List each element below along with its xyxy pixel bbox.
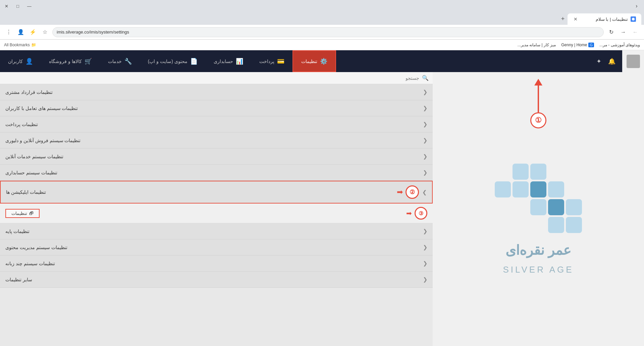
grid-cell bbox=[566, 217, 582, 233]
subitem-label: تنظیمات bbox=[11, 211, 27, 216]
tab-close-btn[interactable]: ✕ bbox=[573, 16, 578, 22]
arrow-icon-7-down: ❯ bbox=[422, 189, 427, 195]
arrow-icon-3: ❮ bbox=[423, 121, 427, 127]
settings-item-online-services[interactable]: ❮ تنظیمات سیستم خدمات آنلاین bbox=[0, 149, 433, 165]
nav-item-settings[interactable]: ⚙️ تنظیمات bbox=[292, 50, 336, 72]
settings-item-accounting[interactable]: ❮ تنظیمات سیستم حسابداری bbox=[0, 165, 433, 181]
logo-english-text: SILVER AGE bbox=[503, 265, 574, 275]
grid-cell bbox=[513, 217, 529, 233]
new-tab-btn[interactable]: + bbox=[558, 14, 568, 23]
annotation-3-container: ③ ➡ bbox=[406, 207, 427, 220]
arrow-icon-6: ❮ bbox=[423, 169, 427, 176]
settings-item-base[interactable]: ❮ تنظیمات پایه bbox=[0, 223, 433, 239]
grid-cell bbox=[548, 199, 564, 215]
arrow-right-3: ➡ bbox=[406, 209, 412, 217]
tab-favicon bbox=[631, 16, 636, 22]
bookmark-desk-label: میز کار | سامانه مدیر... bbox=[518, 43, 556, 47]
maximize-btn[interactable]: □ bbox=[14, 3, 21, 9]
services-nav-icon: 🔧 bbox=[124, 58, 132, 65]
arrow-icon-1: ❮ bbox=[423, 89, 427, 95]
arrow-icon-5: ❮ bbox=[423, 153, 427, 160]
grid-cell bbox=[530, 181, 546, 197]
settings-nav-icon: ⚙️ bbox=[320, 58, 327, 65]
svg-point-0 bbox=[632, 18, 635, 20]
grid-cell bbox=[495, 217, 511, 233]
settings-label-10: تنظیمات سیستم چند زبانه bbox=[5, 261, 55, 266]
users-nav-icon: 👤 bbox=[25, 58, 33, 65]
grid-cell bbox=[495, 164, 511, 180]
bell-icon[interactable]: 🔔 bbox=[608, 58, 615, 65]
services-nav-label: خدمات bbox=[108, 59, 122, 64]
forward-btn[interactable]: → bbox=[619, 27, 628, 37]
minimize-btn[interactable]: — bbox=[25, 3, 34, 9]
annotation-2-row: ❯ ② ➡ bbox=[397, 185, 427, 199]
nav-item-users[interactable]: 👤 کاربران bbox=[0, 50, 41, 72]
settings-subitem-app-config[interactable]: ③ ➡ 🗗 تنظیمات bbox=[0, 204, 433, 223]
compass-icon[interactable]: ✦ bbox=[596, 58, 601, 65]
nav-item-payment[interactable]: 💳 پرداخت bbox=[251, 50, 292, 72]
all-bookmarks-label: 📁 bbox=[31, 43, 36, 47]
title-bar-left: ‹ bbox=[632, 1, 641, 11]
extensions-icon[interactable]: ⚡ bbox=[28, 27, 38, 37]
settings-item-other[interactable]: ❮ سایر تنظیمات bbox=[0, 272, 433, 288]
subitem-highlighted-box[interactable]: 🗗 تنظیمات bbox=[5, 209, 40, 218]
step3-circle: ③ bbox=[415, 207, 427, 220]
nav-item-accounting[interactable]: 📊 حسابداری bbox=[206, 50, 251, 72]
bookmark-genny[interactable]: G Genny | Home bbox=[561, 43, 594, 47]
profile-icon[interactable]: 👤 bbox=[16, 27, 25, 37]
menu-icon[interactable]: ⋮ bbox=[4, 27, 13, 37]
search-icon: 🔍 bbox=[422, 75, 429, 81]
settings-item-customer-contract[interactable]: ❮ تنظیمات قرارداد مشتری bbox=[0, 84, 433, 100]
settings-label-1: تنظیمات قرارداد مشتری bbox=[5, 90, 53, 95]
grid-cell bbox=[513, 164, 529, 180]
search-input[interactable] bbox=[4, 75, 419, 81]
bookmark-videos[interactable]: ویدئوهای آموزشی - مر... bbox=[599, 43, 640, 47]
bookmark-genny-label: Genny | Home bbox=[561, 43, 587, 47]
settings-item-content-mgmt[interactable]: ❮ تنظیمات سیستم مدیریت محتوی bbox=[0, 239, 433, 255]
address-bar-icons: ☆ ⚡ 👤 ⋮ bbox=[4, 27, 50, 37]
logo-persian-text: عمر نقره‌ای bbox=[505, 242, 571, 258]
settings-item-online-delivery[interactable]: ❮ تنظیمات سیستم فروش آنلاین و دلیوری bbox=[0, 132, 433, 149]
settings-item-payment[interactable]: ❮ تنظیمات پرداخت bbox=[0, 116, 433, 132]
shop-nav-label: کالاها و فروشگاه bbox=[49, 59, 82, 64]
arrow-up-head bbox=[534, 79, 542, 85]
settings-nav-label: تنظیمات bbox=[301, 59, 317, 64]
settings-label-7: تنظیمات ایلیکیشن ها bbox=[6, 189, 46, 195]
address-input[interactable] bbox=[52, 27, 604, 37]
shop-nav-icon: 🛒 bbox=[85, 58, 92, 65]
grid-cell bbox=[566, 181, 582, 197]
settings-item-multilang[interactable]: ❮ تنظیمات سیستم چند زبانه bbox=[0, 255, 433, 272]
all-bookmarks[interactable]: 📁 All Bookmarks bbox=[4, 43, 36, 47]
close-btn[interactable]: ✕ bbox=[3, 3, 10, 9]
nav-item-shop[interactable]: 🛒 کالاها و فروشگاه bbox=[41, 50, 100, 72]
bookmark-star-icon[interactable]: ☆ bbox=[40, 27, 50, 37]
accounting-nav-label: حسابداری bbox=[214, 59, 233, 64]
settings-label-5: تنظیمات سیستم خدمات آنلاین bbox=[5, 154, 63, 159]
settings-item-app-settings[interactable]: ❯ ② ➡ تنظیمات ایلیکیشن ها bbox=[0, 181, 433, 204]
arrow-icon-8: ❮ bbox=[423, 228, 427, 234]
grid-cell bbox=[495, 199, 511, 215]
settings-label-8: تنظیمات پایه bbox=[5, 229, 30, 234]
search-bar: 🔍 bbox=[0, 72, 433, 84]
reload-btn[interactable]: ↻ bbox=[606, 27, 616, 37]
back-btn[interactable]: ← bbox=[631, 27, 640, 37]
settings-item-user-interaction[interactable]: ❮ تنظیمات سیستم های تعامل با کاربران bbox=[0, 100, 433, 116]
step1-circle: ① bbox=[530, 112, 546, 128]
nav-item-services[interactable]: 🔧 خدمات bbox=[100, 50, 140, 72]
settings-list: ❮ تنظیمات قرارداد مشتری ❮ تنظیمات سیستم … bbox=[0, 84, 433, 288]
annotation-1: ① bbox=[530, 79, 546, 128]
settings-label-2: تنظیمات سیستم های تعامل با کاربران bbox=[5, 106, 78, 111]
back-history-btn[interactable]: ‹ bbox=[632, 1, 641, 11]
tab-title: تنظیمات | با سلام bbox=[596, 17, 628, 22]
active-tab[interactable]: تنظیمات | با سلام ✕ bbox=[568, 13, 641, 25]
nav-item-content[interactable]: 📄 محتوی (سایت و اپ) bbox=[140, 50, 206, 72]
grid-cell bbox=[548, 164, 564, 180]
grid-cell bbox=[513, 181, 529, 197]
bookmark-desk[interactable]: میز کار | سامانه مدیر... bbox=[518, 43, 556, 47]
all-bookmarks-text: All Bookmarks bbox=[4, 43, 30, 47]
genny-icon: G bbox=[588, 43, 594, 47]
bookmarks-bar: ویدئوهای آموزشی - مر... G Genny | Home م… bbox=[0, 40, 644, 50]
logo-grid bbox=[495, 164, 582, 233]
arrow-icon-2: ❮ bbox=[423, 105, 427, 111]
nav-logo bbox=[622, 50, 644, 72]
